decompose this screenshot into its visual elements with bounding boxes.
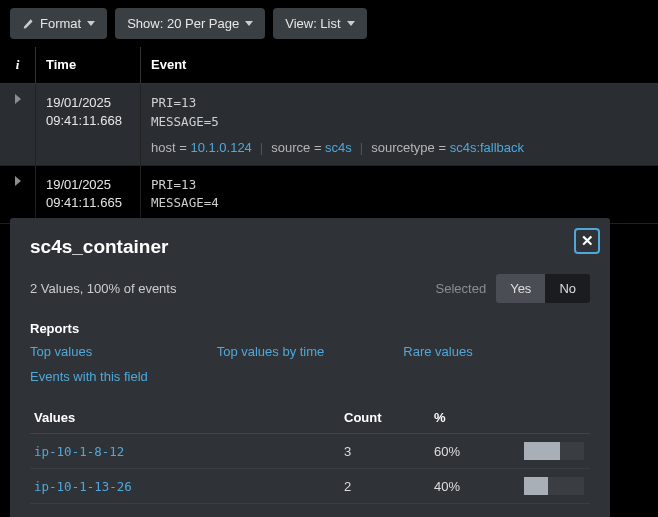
show-label: Show: 20 Per Page	[127, 16, 239, 31]
values-table: Values Count % ip-10-1-8-12 3 60% ip-10-…	[30, 404, 590, 504]
format-label: Format	[40, 16, 81, 31]
link-top-values-by-time[interactable]: Top values by time	[217, 344, 404, 359]
view-button[interactable]: View: List	[273, 8, 366, 39]
meta-val-host[interactable]: 10.1.0.124	[190, 140, 251, 155]
meta-val-sourcetype[interactable]: sc4s:fallback	[450, 140, 524, 155]
selected-toggle: Yes No	[496, 274, 590, 303]
col-header-bar	[520, 404, 590, 434]
raw-line: PRI=13	[151, 176, 648, 195]
event-meta: host = 10.1.0.124 | source = sc4s | sour…	[151, 140, 648, 155]
value-link[interactable]: ip-10-1-13-26	[34, 479, 132, 494]
col-header-values[interactable]: Values	[30, 404, 340, 434]
value-pct: 60%	[430, 434, 520, 469]
selected-label: Selected	[436, 281, 487, 296]
close-button[interactable]: ✕	[574, 228, 600, 254]
meta-separator: |	[260, 140, 263, 155]
pct-bar-fill	[524, 442, 560, 460]
meta-key-sourcetype: sourcetype =	[371, 140, 446, 155]
link-rare-values[interactable]: Rare values	[403, 344, 590, 359]
value-count: 2	[340, 469, 430, 504]
event-content: PRI=13 MESSAGE=5 host = 10.1.0.124 | sou…	[141, 84, 658, 165]
meta-separator: |	[360, 140, 363, 155]
event-content: PRI=13 MESSAGE=4	[141, 166, 658, 224]
expand-row-button[interactable]	[0, 84, 36, 165]
meta-key-source: source =	[271, 140, 321, 155]
show-per-page-button[interactable]: Show: 20 Per Page	[115, 8, 265, 39]
toolbar: Format Show: 20 Per Page View: List	[0, 0, 658, 47]
event-row: 19/01/2025 09:41:11.668 PRI=13 MESSAGE=5…	[0, 84, 658, 166]
pct-bar	[524, 442, 584, 460]
col-header-count[interactable]: Count	[340, 404, 430, 434]
link-top-values[interactable]: Top values	[30, 344, 217, 359]
event-time: 19/01/2025 09:41:11.665	[36, 166, 141, 224]
reports-label: Reports	[30, 321, 590, 336]
caret-down-icon	[245, 21, 253, 26]
expand-row-button[interactable]	[0, 166, 36, 224]
view-label: View: List	[285, 16, 340, 31]
format-button[interactable]: Format	[10, 8, 107, 39]
link-events-with-field[interactable]: Events with this field	[30, 369, 217, 384]
event-date: 19/01/2025	[46, 176, 130, 194]
event-timestamp: 09:41:11.668	[46, 112, 130, 130]
popup-subtitle: 2 Values, 100% of events	[30, 281, 176, 296]
raw-line: MESSAGE=5	[151, 113, 648, 132]
caret-down-icon	[347, 21, 355, 26]
event-timestamp: 09:41:11.665	[46, 194, 130, 212]
popup-title: sc4s_container	[30, 236, 590, 258]
caret-down-icon	[87, 21, 95, 26]
chevron-right-icon	[15, 176, 21, 186]
pct-bar-fill	[524, 477, 548, 495]
event-row: 19/01/2025 09:41:11.665 PRI=13 MESSAGE=4	[0, 166, 658, 225]
chevron-right-icon	[15, 94, 21, 104]
field-detail-popup: ✕ sc4s_container 2 Values, 100% of event…	[10, 218, 610, 517]
meta-key-host: host =	[151, 140, 187, 155]
col-header-pct[interactable]: %	[430, 404, 520, 434]
selected-yes-button[interactable]: Yes	[496, 274, 545, 303]
col-header-info[interactable]: i	[0, 47, 36, 83]
raw-line: PRI=13	[151, 94, 648, 113]
pencil-icon	[22, 18, 34, 30]
values-row: ip-10-1-13-26 2 40%	[30, 469, 590, 504]
meta-val-source[interactable]: sc4s	[325, 140, 352, 155]
reports-links: Top values Top values by time Rare value…	[30, 344, 590, 384]
pct-bar	[524, 477, 584, 495]
value-count: 3	[340, 434, 430, 469]
value-link[interactable]: ip-10-1-8-12	[34, 444, 124, 459]
event-time: 19/01/2025 09:41:11.668	[36, 84, 141, 165]
col-header-event[interactable]: Event	[141, 47, 658, 83]
close-icon: ✕	[581, 232, 594, 250]
event-date: 19/01/2025	[46, 94, 130, 112]
raw-line: MESSAGE=4	[151, 194, 648, 213]
selected-no-button[interactable]: No	[545, 274, 590, 303]
value-pct: 40%	[430, 469, 520, 504]
col-header-time[interactable]: Time	[36, 47, 141, 83]
events-table-header: i Time Event	[0, 47, 658, 84]
values-row: ip-10-1-8-12 3 60%	[30, 434, 590, 469]
